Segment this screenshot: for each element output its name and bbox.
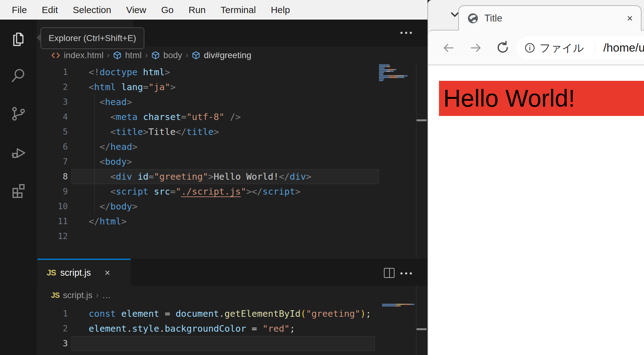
menu-run[interactable]: Run — [181, 5, 213, 15]
minimap[interactable] — [379, 64, 408, 81]
editor-script-js[interactable]: 1const element = document.getElementById… — [37, 305, 416, 355]
greeting-div: Hello World! — [439, 81, 644, 116]
code-line[interactable]: 12 — [37, 229, 416, 244]
line-number: 6 — [37, 139, 68, 154]
symbol-cube-icon — [113, 51, 122, 60]
tab-script-js[interactable]: JS script.js × — [37, 259, 131, 286]
url-text[interactable]: /home/u — [603, 41, 644, 54]
tab-label: script.js — [60, 268, 91, 278]
code-line[interactable]: 3 — [37, 336, 416, 351]
browser-toolbar: ファイル /home/u — [428, 30, 644, 65]
back-icon[interactable] — [441, 40, 456, 55]
line-number: 4 — [37, 109, 68, 124]
activity-bar — [0, 20, 37, 355]
line-number: 10 — [37, 199, 68, 214]
explorer-icon[interactable] — [10, 31, 27, 48]
line-number: 2 — [37, 80, 68, 95]
breadcrumb: index.html › html › body › div#greeting — [37, 47, 427, 64]
breadcrumb-bottom: JS script.js › … — [37, 286, 427, 305]
code-line[interactable]: 4 <meta charset="utf-8" /> — [37, 109, 416, 124]
file-scheme-chip[interactable]: ファイル — [539, 41, 584, 55]
address-bar[interactable]: ファイル /home/u — [516, 36, 644, 60]
code-line[interactable]: 2element.style.backgroundColor = "red"; — [37, 321, 416, 336]
js-file-icon: JS — [51, 291, 59, 300]
screen: File Edit Selection View Go Run Terminal… — [0, 0, 644, 355]
line-number: 7 — [37, 154, 68, 169]
line-number: 3 — [37, 95, 68, 109]
code-line[interactable]: 6 </head> — [37, 139, 416, 154]
info-icon[interactable] — [525, 43, 535, 53]
line-number: 1 — [37, 65, 68, 80]
breadcrumb-body[interactable]: body — [163, 50, 182, 60]
tab-close-icon[interactable]: × — [105, 267, 110, 279]
split-editor-icon[interactable] — [384, 268, 394, 278]
run-debug-icon[interactable] — [10, 143, 27, 161]
browser-viewport: Hello World! — [428, 65, 644, 355]
breadcrumb-file[interactable]: index.html — [64, 50, 104, 60]
scrollbar-thumb[interactable] — [417, 328, 427, 330]
js-file-icon: JS — [47, 268, 56, 278]
breadcrumb-more[interactable]: … — [102, 290, 111, 300]
breadcrumb-separator: › — [145, 50, 148, 60]
code-line[interactable]: 1<!doctype html> — [37, 65, 416, 80]
code-icon — [51, 51, 60, 60]
breadcrumb-html[interactable]: html — [125, 50, 142, 60]
code-line[interactable]: 10 </body> — [37, 199, 416, 214]
breadcrumb-file[interactable]: script.js — [63, 290, 92, 300]
browser-tab-close-icon[interactable]: × — [627, 12, 633, 24]
search-icon[interactable] — [10, 67, 27, 84]
scrollbar-track — [416, 286, 417, 355]
reload-icon[interactable] — [495, 40, 511, 55]
editor-actions-ellipsis-icon[interactable] — [400, 32, 412, 34]
line-number: 3 — [37, 336, 68, 351]
browser-tab-title: Title — [484, 13, 502, 24]
code-line[interactable]: 9 <script src="./script.js"></script> — [37, 184, 416, 199]
line-number: 2 — [37, 321, 68, 336]
symbol-cube-icon — [192, 51, 200, 60]
line-number: 12 — [37, 229, 68, 244]
scrollbar-track — [416, 64, 417, 258]
code-line[interactable]: 7 <body> — [37, 154, 416, 169]
globe-favicon-icon — [467, 12, 479, 24]
breadcrumb-separator: › — [96, 290, 99, 300]
code-line[interactable]: 3 <head> — [37, 95, 416, 109]
forward-icon[interactable] — [468, 40, 483, 55]
menu-help[interactable]: Help — [263, 5, 297, 15]
code-line[interactable]: 8 <div id="greeting">Hello World!</div> — [37, 169, 416, 184]
minimap-bottom[interactable] — [382, 304, 414, 307]
line-number: 1 — [37, 306, 68, 321]
code-line[interactable]: 2<html lang="ja"> — [37, 80, 416, 95]
source-control-icon[interactable] — [10, 105, 27, 122]
menu-file[interactable]: File — [4, 5, 34, 15]
menu-view[interactable]: View — [119, 5, 153, 15]
editor-actions-ellipsis-icon[interactable] — [400, 272, 412, 274]
menu-bar: File Edit Selection View Go Run Terminal… — [0, 0, 427, 20]
breadcrumb-separator: › — [186, 50, 189, 60]
code-line[interactable]: 1const element = document.getElementById… — [37, 306, 416, 321]
browser-window: Title × ファイル /home/u Hello W — [427, 0, 644, 355]
breadcrumb-separator: › — [107, 50, 110, 60]
editor-index-html[interactable]: 1<!doctype html>2<html lang="ja">3 <head… — [37, 64, 416, 258]
line-number: 11 — [37, 214, 68, 229]
chip-divider — [587, 39, 596, 57]
tooltip-arrow — [36, 34, 41, 42]
symbol-cube-icon — [151, 51, 160, 60]
explorer-tooltip: Explorer (Ctrl+Shift+E) — [40, 27, 144, 49]
extensions-icon[interactable] — [10, 181, 27, 199]
code-line[interactable]: 5 <title>Title</title> — [37, 124, 416, 139]
menu-terminal[interactable]: Terminal — [213, 5, 263, 15]
line-number: 8 — [37, 169, 68, 184]
menu-selection[interactable]: Selection — [65, 5, 119, 15]
breadcrumb-div-greeting[interactable]: div#greeting — [204, 50, 251, 60]
line-number: 5 — [37, 124, 68, 139]
scrollbar-thumb[interactable] — [417, 119, 427, 121]
browser-tab[interactable]: Title × — [458, 5, 642, 30]
menu-edit[interactable]: Edit — [34, 5, 65, 15]
line-number: 9 — [37, 184, 68, 199]
code-line[interactable]: 11</html> — [37, 214, 416, 229]
menu-go[interactable]: Go — [154, 5, 181, 15]
